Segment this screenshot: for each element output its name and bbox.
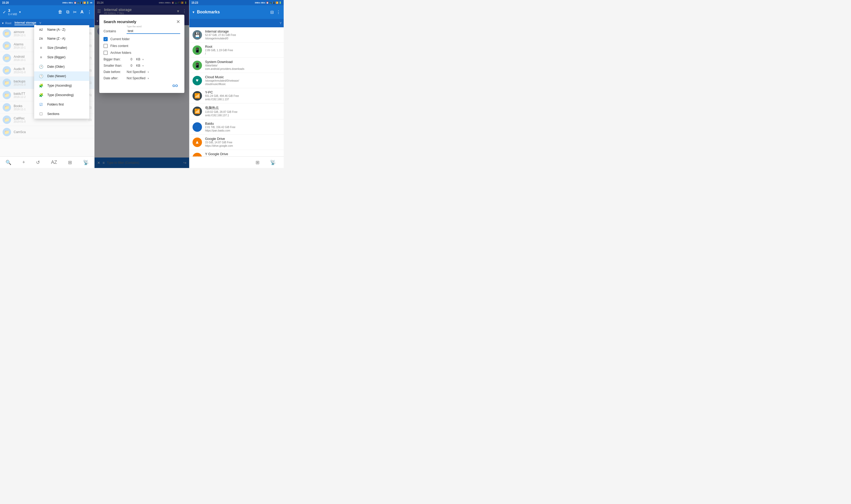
selected-size: 8.4 MiB	[8, 13, 17, 16]
folder-icon: 📁	[3, 66, 11, 75]
sort-date-icon: 🕐	[38, 65, 43, 69]
bookmark-name: Google Drive	[205, 137, 281, 141]
checkbox-current-folder-label: Current folder	[110, 37, 129, 41]
sort-item[interactable]: 🧩Type (Ascending)	[34, 81, 89, 90]
bookmark-name: Y Google Drive	[205, 152, 281, 156]
date-after-label: Date after:	[104, 76, 124, 80]
checkbox-archive-folders[interactable]: Archive folders	[104, 51, 180, 55]
sort-size-icon: ≡	[38, 55, 43, 59]
dialog-header: Search recursively ✕	[104, 19, 180, 25]
sort-item[interactable]: ☑Folders first	[34, 100, 89, 109]
date-after-dropdown-icon[interactable]: ▾	[148, 77, 149, 80]
bookmark-icon: ♥	[193, 76, 202, 85]
smaller-than-label: Smaller than:	[104, 64, 127, 68]
bigger-than-dropdown-icon[interactable]: ▾	[142, 58, 144, 61]
bookmarks-dropdown-icon[interactable]: ▾	[193, 10, 194, 14]
dialog-footer: GO	[104, 83, 180, 89]
cut-icon[interactable]: ✂	[73, 10, 77, 15]
crumb-y[interactable]: Y	[39, 21, 41, 25]
bookmark-item[interactable]: ▲ Google Drive 15 GiB, 14.87 GiB Freehtt…	[189, 135, 284, 150]
contains-input-wrap: Type the word	[127, 28, 180, 34]
bookmark-item[interactable]: 📱 System Download /data/data/com.android…	[189, 58, 284, 73]
folder-icon: 📁	[3, 115, 11, 124]
sort-item[interactable]: ≡Size (Smaller)	[34, 43, 89, 53]
date-before-row: Date before: Not Specified ▾	[104, 70, 180, 74]
date-before-dropdown-icon[interactable]: ▾	[148, 71, 149, 73]
sort-item-label: Type (Ascending)	[47, 84, 72, 87]
bookmark-icon: 📶	[193, 91, 202, 101]
sort-item[interactable]: ZAName (Z - A)	[34, 34, 89, 43]
sort-item[interactable]: 🕐Date (Older)	[34, 62, 89, 71]
refresh-icon[interactable]: ↺	[33, 159, 42, 166]
add-icon[interactable]: +	[20, 159, 28, 166]
sort-item[interactable]: ≡Size (Bigger)	[34, 53, 89, 62]
bookmark-item[interactable]: ▲ Y Google Drive 15 GiB, 15.00 GiB Freeh…	[189, 150, 284, 157]
search-icon[interactable]: 🔍	[3, 159, 14, 166]
smaller-than-row: Smaller than: 0 KB ▾	[104, 64, 180, 68]
folder-icon: 📁	[3, 54, 11, 62]
bookmark-icon: ▲	[193, 153, 202, 157]
dropdown-arrow-icon[interactable]: ▾	[19, 10, 21, 14]
breadcrumb-3: Y	[189, 19, 284, 27]
toolbar-actions: 🗑 ⧉ ✂ A ⋮	[58, 10, 92, 15]
sort-item[interactable]: 🕐Date (Newer)	[34, 71, 89, 81]
bookmark-name: Y-PC	[205, 90, 281, 94]
bookmark-icon: 📶	[193, 107, 202, 116]
bigger-than-unit: KB	[136, 57, 140, 61]
checkbox-current-folder[interactable]: ✓ Current folder	[104, 37, 180, 41]
bookmark-icon: 🐾	[193, 122, 202, 132]
contains-input[interactable]	[127, 28, 180, 34]
bookmark-item[interactable]: 📱 Root 2.89 GiB, 1.19 GiB Free/	[189, 42, 284, 58]
crumb-root[interactable]: Root	[5, 21, 11, 25]
bottom-bar-3: ⊞ 📡	[189, 157, 284, 168]
checkbox-current-folder-box[interactable]: ✓	[104, 37, 108, 41]
check-icon[interactable]: ✓	[3, 10, 6, 15]
bookmark-item[interactable]: 📶 电脑热点 119.02 GiB, 28.87 GiB Freesmb://1…	[189, 104, 284, 120]
bookmark-detail: /storage/emulated/0/netease/cloudmusic/M…	[205, 79, 281, 86]
sort-item[interactable]: 🧩Type (Descending)	[34, 90, 89, 100]
more-bookmarks-icon[interactable]: ⋮	[276, 10, 281, 15]
more-options-icon[interactable]: ⋮	[87, 10, 92, 15]
bookmark-detail: /data/data/com.android.providers.downloa…	[205, 64, 281, 71]
contains-hint: Type the word	[127, 25, 142, 28]
sort-item[interactable]: ☐Sections	[34, 109, 89, 119]
bigger-than-label: Bigger than:	[104, 57, 127, 61]
wifi-icon[interactable]: 📡	[81, 159, 91, 166]
file-item[interactable]: 📁 CamSca	[0, 126, 94, 138]
go-button[interactable]: GO	[170, 83, 180, 89]
bookmark-icon: 💾	[193, 30, 202, 40]
time-1: 15:20	[2, 1, 9, 4]
sort-icon[interactable]: AZ	[48, 159, 60, 166]
bookmark-item[interactable]: 🐾 Baidu 2.01 TiB, 156.42 GiB Freehttps:/…	[189, 120, 284, 135]
close-dialog-icon[interactable]: ✕	[176, 19, 180, 25]
delete-icon[interactable]: 🗑	[58, 10, 63, 15]
smaller-than-dropdown-icon[interactable]: ▾	[142, 64, 144, 67]
copy-icon[interactable]: ⧉	[66, 10, 69, 15]
file-name: CamSca	[14, 130, 82, 134]
folder-icon: 📁	[3, 41, 11, 50]
bookmark-item[interactable]: 📶 Y-PC 931.24 GiB, 494.46 GiB Freesmb://…	[189, 88, 284, 104]
toolbar-3: ▾ Bookmarks ⊟ ⋮	[189, 5, 284, 19]
chevron-down-icon[interactable]: ▾	[2, 21, 4, 25]
text-format-icon[interactable]: A	[81, 10, 84, 15]
crumb-y-3[interactable]: Y	[280, 21, 282, 25]
bookmark-name: Cloud Music	[205, 75, 281, 79]
crumb-internal[interactable]: Internal storage	[15, 21, 36, 25]
filter-bookmarks-icon[interactable]: ⊟	[270, 10, 274, 15]
checkbox-archive-folders-box[interactable]	[104, 51, 108, 55]
grid-icon-3[interactable]: ⊞	[253, 159, 262, 166]
panel-search: 15:24 69B/s 89B/s ⏰ 📺 📳 📶 🔋 ☰ Internal s…	[94, 0, 189, 168]
bookmark-item[interactable]: ♥ Cloud Music /storage/emulated/0/neteas…	[189, 73, 284, 88]
checkbox-files-content-box[interactable]	[104, 44, 108, 48]
bookmarks-list: 💾 Internal storage 52.67 GiB, 27.61 GiB …	[189, 27, 284, 157]
checkbox-files-content[interactable]: Files content	[104, 44, 180, 48]
checkbox-sections-icon: ☐	[38, 112, 43, 116]
wifi-icon-3[interactable]: 📡	[267, 159, 279, 166]
bookmark-item[interactable]: 💾 Internal storage 52.67 GiB, 27.61 GiB …	[189, 27, 284, 42]
grid-icon[interactable]: ⊞	[66, 159, 75, 166]
search-dialog-overlay: Search recursively ✕ Contains Type the w…	[94, 0, 189, 168]
sort-item[interactable]: AZName (A - Z)	[34, 25, 89, 34]
checkbox-files-content-label: Files content	[110, 44, 128, 48]
sort-type-icon: 🧩	[38, 93, 43, 97]
folder-icon: 📁	[3, 29, 11, 38]
